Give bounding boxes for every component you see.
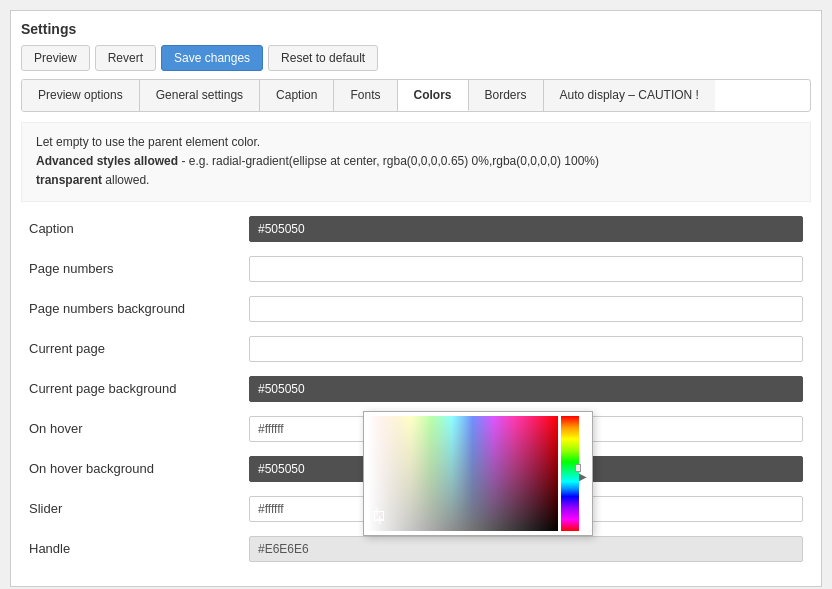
input-page-numbers[interactable] [249,256,803,282]
tab-colors[interactable]: Colors [398,80,469,111]
label-page-numbers-bg: Page numbers background [29,301,249,316]
input-current-page[interactable] [249,336,803,362]
info-line2: Advanced styles allowed - e.g. radial-gr… [36,152,796,171]
info-line2-rest: - e.g. radial-gradient(ellipse at center… [178,154,599,168]
revert-button[interactable]: Revert [95,45,156,71]
info-transparent-bold: transparent [36,173,102,187]
info-line3-rest: allowed. [102,173,149,187]
hue-slider[interactable] [561,416,579,531]
tab-auto-display[interactable]: Auto display – CAUTION ! [544,80,715,111]
reset-button[interactable]: Reset to default [268,45,378,71]
label-current-page-bg: Current page background [29,381,249,396]
field-row-page-numbers-bg: Page numbers background [29,296,803,322]
tab-caption[interactable]: Caption [260,80,334,111]
tab-general-settings[interactable]: General settings [140,80,260,111]
field-row-caption: Caption [29,216,803,242]
color-gradient-area[interactable]: + [368,416,558,531]
label-on-hover: On hover [29,421,249,436]
tab-preview-options[interactable]: Preview options [22,80,140,111]
input-page-numbers-bg[interactable] [249,296,803,322]
settings-panel: Settings Preview Revert Save changes Res… [10,10,822,587]
color-picker-popup[interactable]: + ▶ [363,411,593,536]
preview-button[interactable]: Preview [21,45,90,71]
label-on-hover-bg: On hover background [29,461,249,476]
field-row-handle: Handle [29,536,803,562]
field-row-page-numbers: Page numbers [29,256,803,282]
input-handle[interactable] [249,536,803,562]
tab-borders[interactable]: Borders [469,80,544,111]
label-slider: Slider [29,501,249,516]
info-advanced-bold: Advanced styles allowed [36,154,178,168]
label-current-page: Current page [29,341,249,356]
hue-arrow-icon: ▶ [579,471,587,482]
info-line3: transparent allowed. [36,171,796,190]
info-box: Let empty to use the parent element colo… [21,122,811,202]
input-caption[interactable] [249,216,803,242]
input-current-page-bg[interactable] [249,376,803,402]
info-line1: Let empty to use the parent element colo… [36,133,796,152]
hue-slider-container[interactable]: ▶ [561,416,579,531]
label-page-numbers: Page numbers [29,261,249,276]
toolbar: Preview Revert Save changes Reset to def… [21,45,811,71]
tab-bar: Preview options General settings Caption… [21,79,811,112]
field-row-current-page-bg: Current page background [29,376,803,402]
page-title: Settings [21,21,811,37]
label-caption: Caption [29,221,249,236]
label-handle: Handle [29,541,249,556]
save-button[interactable]: Save changes [161,45,263,71]
fields-area: Caption Page numbers Page numbers backgr… [21,216,811,562]
tab-fonts[interactable]: Fonts [334,80,397,111]
field-row-current-page: Current page [29,336,803,362]
